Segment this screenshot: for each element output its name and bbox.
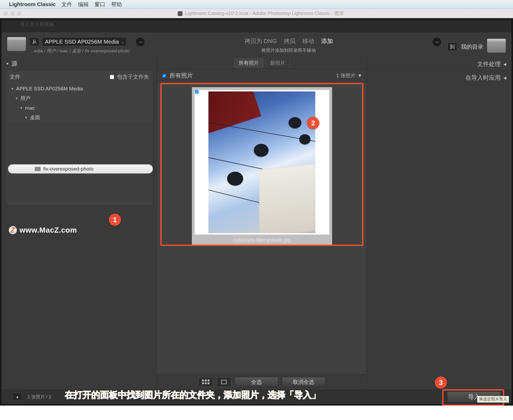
svg-rect-5 — [208, 382, 209, 384]
tree-spacer — [8, 175, 153, 202]
minimize-window-icon[interactable] — [10, 11, 14, 16]
from-badge: 从 — [30, 37, 39, 46]
tree-label: mac — [25, 105, 35, 111]
triangle-down-icon[interactable]: ▼ — [357, 73, 362, 79]
folder-icon — [35, 167, 41, 171]
mode-add[interactable]: 添加 — [321, 37, 333, 45]
background-toolbar-label: 导入照片和视频 — [2, 20, 57, 32]
tab-new-photos[interactable]: 新照片 — [266, 58, 290, 68]
macos-menubar: Lightroom Classic 文件 编辑 窗口 帮助 — [0, 0, 513, 9]
source-path-breadcrumb[interactable]: …edia / 用户 / mac / 桌面 / fix-overexposed-… — [30, 48, 130, 54]
tab-all-photos[interactable]: 所有照片 — [234, 58, 263, 68]
triangle-down-icon: ▼ — [20, 106, 24, 110]
import-header: 从 APPLE SSD AP0256M Media …edia / 用户 / m… — [2, 33, 511, 57]
select-all-button[interactable]: 全选 — [235, 377, 278, 387]
tree-label: APPLE SSD AP0256M Media — [16, 86, 83, 92]
status-text: 1 张照片 / 2 — [28, 394, 51, 400]
deselect-all-button[interactable]: 取消全选 — [282, 377, 325, 387]
loupe-icon — [220, 379, 228, 385]
tree-label: 桌面 — [30, 114, 40, 121]
grid-icon — [202, 379, 209, 385]
panel-title: 文件处理 — [477, 60, 501, 68]
grid-footer: 全选 取消全选 — [157, 374, 367, 390]
svg-rect-4 — [205, 382, 207, 384]
include-subfolders-checkbox[interactable]: 包含子文件夹 — [109, 73, 149, 80]
include-subfolders-input[interactable] — [110, 75, 114, 79]
tree-item-mac[interactable]: ▼ mac — [8, 103, 153, 113]
menubar-app-name[interactable]: Lightroom Classic — [9, 1, 56, 7]
destination-label[interactable]: 我的目录 — [461, 43, 483, 51]
menu-edit[interactable]: 编辑 — [78, 1, 89, 8]
tree-item-users[interactable]: ▼ 用户 — [8, 93, 153, 103]
source-panel-header[interactable]: ▼ 源 — [2, 57, 157, 70]
svg-rect-3 — [202, 382, 204, 384]
flow-arrow-left[interactable]: → — [135, 37, 145, 47]
loupe-view-button[interactable] — [217, 377, 231, 387]
tree-label: 用户 — [20, 95, 30, 102]
menu-window[interactable]: 窗口 — [95, 1, 105, 8]
mode-copy[interactable]: 拷贝 — [284, 37, 296, 45]
lightroom-app-frame: 导入照片和视频 从 APPLE SSD AP0256M Media …edia … — [2, 20, 511, 404]
menu-help[interactable]: 帮助 — [111, 1, 122, 8]
dest-drive-icon — [487, 39, 506, 55]
window-title-text: Lightroom Catalog-v10-2.lrcat - Adobe Ph… — [185, 11, 344, 16]
folder-tree[interactable]: ▼ APPLE SSD AP0256M Media ▼ 用户 ▼ mac ▼ — [6, 84, 153, 206]
zoom-window-icon[interactable] — [17, 11, 21, 16]
thumbnail-frame — [195, 90, 329, 235]
triangle-left-icon: ◀ — [503, 62, 506, 66]
window-title: Lightroom Catalog-v10-2.lrcat - Adobe Ph… — [25, 10, 513, 17]
triangle-down-icon: ▼ — [15, 97, 19, 100]
menu-file[interactable]: 文件 — [61, 1, 72, 8]
mode-copy-dng[interactable]: 拷贝为 DNG — [244, 37, 277, 45]
source-device-picker[interactable]: APPLE SSD AP0256M Media — [42, 37, 126, 46]
panel-title: 在导入时应用 — [465, 74, 501, 82]
flow-arrow-right[interactable]: → — [432, 37, 442, 47]
tree-selected-folder[interactable]: fix-overexposed-photo — [8, 164, 153, 174]
panel-apply-on-import[interactable]: 在导入时应用 ◀ — [367, 71, 511, 85]
mode-move[interactable]: 移动 — [302, 37, 314, 45]
thumbnail-card[interactable]: customize-filter-presets.jpg — [192, 87, 332, 246]
svg-rect-6 — [221, 380, 227, 384]
svg-rect-2 — [208, 380, 209, 382]
triangle-down-icon: ▼ — [6, 62, 9, 65]
source-device-label: APPLE SSD AP0256M Media — [45, 38, 119, 45]
triangle-down-icon: ▼ — [11, 87, 14, 91]
thumbnail-caption: customize-filter-presets.jpg — [195, 237, 329, 243]
include-subfolders-label: 包含子文件夹 — [117, 73, 149, 80]
app-doc-icon — [178, 11, 182, 16]
grid-view-button[interactable] — [199, 377, 213, 387]
triangle-down-icon: ▼ — [25, 116, 28, 120]
import-tooltip: 将选定照片导入 — [477, 396, 509, 403]
thumbnail-image[interactable] — [208, 91, 315, 233]
tree-root[interactable]: ▼ APPLE SSD AP0256M Media — [8, 84, 153, 93]
thumbnail-grid[interactable]: customize-filter-presets.jpg — [157, 82, 367, 374]
to-badge: 到 — [448, 43, 457, 51]
svg-rect-0 — [202, 380, 204, 382]
window-titlebar: Lightroom Catalog-v10-2.lrcat - Adobe Ph… — [0, 9, 513, 18]
select-all-master-checkbox[interactable] — [162, 74, 166, 78]
left-panel: ▼ 源 文件 包含子文件夹 ▼ APPLE SSD AP02 — [2, 57, 157, 390]
files-label: 文件 — [10, 73, 20, 80]
import-bottom-bar: ▲ 1 张照片 / 2 导入 将选定照片导入 — [2, 390, 511, 404]
tree-item-desktop[interactable]: ▼ 桌面 — [8, 113, 153, 123]
window-traffic-lights[interactable] — [0, 11, 25, 16]
source-panel-title: 源 — [11, 60, 17, 68]
sub-header-title: 所有照片 — [169, 72, 193, 80]
selected-folder-label: fix-overexposed-photo — [43, 166, 94, 172]
thumbnail-checkbox[interactable] — [195, 90, 199, 94]
svg-rect-1 — [205, 380, 207, 382]
files-card: 文件 包含子文件夹 ▼ APPLE SSD AP0256M Media ▼ — [6, 70, 153, 206]
triangle-left-icon: ◀ — [503, 76, 506, 80]
chevron-down-icon — [121, 38, 123, 45]
close-window-icon[interactable] — [4, 11, 8, 16]
mode-subtitle: 将照片添加到目录而不移动 — [261, 47, 316, 53]
center-panel: 所有照片 新照片 所有照片 1 张照片 ▼ — [157, 57, 367, 390]
import-dialog: 从 APPLE SSD AP0256M Media …edia / 用户 / m… — [2, 33, 511, 404]
source-drive-icon — [7, 37, 26, 53]
collapse-panel-button[interactable]: ▲ — [13, 393, 22, 401]
photo-count-text: 1 张照片 — [336, 72, 356, 79]
right-panel: 文件处理 ◀ 在导入时应用 ◀ — [367, 57, 511, 390]
panel-file-handling[interactable]: 文件处理 ◀ — [367, 57, 511, 71]
tree-spacer — [8, 123, 153, 163]
